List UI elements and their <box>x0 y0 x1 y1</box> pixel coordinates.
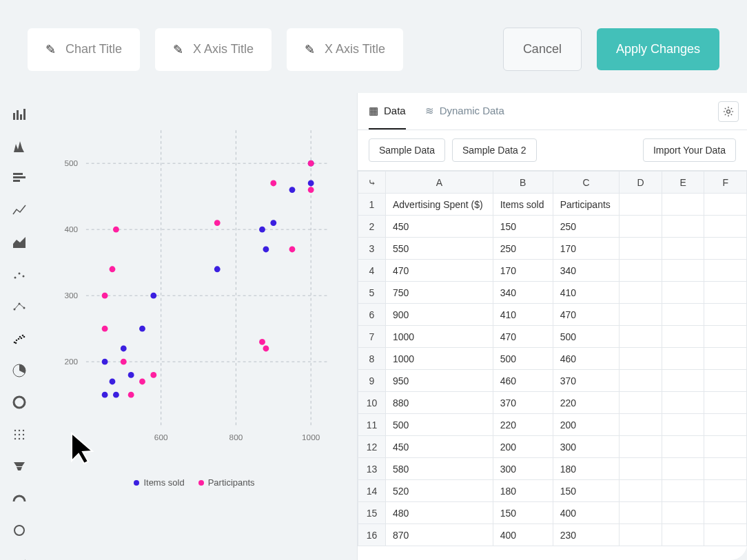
grid-cell[interactable] <box>620 436 662 458</box>
grid-cell[interactable] <box>662 194 704 216</box>
grid-cell[interactable] <box>620 260 662 282</box>
grid-cell[interactable] <box>620 414 662 436</box>
grid-cell[interactable]: Items sold <box>493 194 553 216</box>
grid-cell[interactable]: 470 <box>553 304 620 326</box>
grid-cell[interactable] <box>704 348 747 370</box>
scatter-few-icon[interactable] <box>11 267 28 282</box>
grid-cell[interactable] <box>662 458 704 480</box>
grid-cell[interactable] <box>620 282 662 304</box>
grid-cell[interactable] <box>662 392 704 414</box>
grid-cell[interactable] <box>662 304 704 326</box>
data-grid[interactable]: ⤷ABCDEF1Advertising Spent ($)Items soldP… <box>358 170 747 560</box>
gauge-icon[interactable] <box>11 491 28 506</box>
grid-cell[interactable] <box>662 524 704 546</box>
grid-cell[interactable] <box>620 524 662 546</box>
col-header[interactable]: E <box>662 172 704 194</box>
grid-cell[interactable]: 880 <box>386 392 493 414</box>
grid-cell[interactable] <box>620 480 662 502</box>
donut-chart-icon[interactable] <box>11 395 28 410</box>
row-number[interactable]: 12 <box>358 436 386 458</box>
scatter-dense-icon[interactable] <box>11 331 28 346</box>
sample-data-1-button[interactable]: Sample Data <box>369 138 445 162</box>
grid-cell[interactable]: 580 <box>386 458 493 480</box>
grid-cell[interactable]: 200 <box>553 414 620 436</box>
settings-button[interactable] <box>718 101 739 122</box>
grid-cell[interactable] <box>662 502 704 524</box>
grid-cell[interactable] <box>662 370 704 392</box>
grid-cell[interactable] <box>620 326 662 348</box>
grid-cell[interactable]: 870 <box>386 524 493 546</box>
col-header[interactable]: A <box>386 172 493 194</box>
grid-cell[interactable] <box>662 216 704 238</box>
grid-cell[interactable]: 1000 <box>386 348 493 370</box>
grid-cell[interactable]: 470 <box>493 326 553 348</box>
grid-cell[interactable]: 220 <box>493 414 553 436</box>
grid-cell[interactable]: 470 <box>386 260 493 282</box>
row-number[interactable]: 1 <box>358 194 386 216</box>
grid-cell[interactable]: 170 <box>553 238 620 260</box>
sample-data-2-button[interactable]: Sample Data 2 <box>452 138 537 162</box>
area-chart-icon[interactable] <box>11 235 28 250</box>
bar-chart-icon[interactable] <box>11 107 28 122</box>
grid-cell[interactable]: 550 <box>386 238 493 260</box>
row-number[interactable]: 9 <box>358 370 386 392</box>
row-number[interactable]: 6 <box>358 304 386 326</box>
grid-cell[interactable] <box>662 348 704 370</box>
grid-cell[interactable]: 500 <box>553 326 620 348</box>
grid-cell[interactable] <box>620 238 662 260</box>
grid-cell[interactable] <box>662 436 704 458</box>
tab-dynamic-data[interactable]: ≋ Dynamic Data <box>425 93 504 129</box>
row-number[interactable]: 16 <box>358 524 386 546</box>
grid-cell[interactable] <box>620 458 662 480</box>
grid-cell[interactable] <box>704 282 747 304</box>
grid-cell[interactable] <box>704 392 747 414</box>
grid-cell[interactable]: Participants <box>553 194 620 216</box>
grid-cell[interactable]: 370 <box>493 392 553 414</box>
grid-cell[interactable]: 480 <box>386 502 493 524</box>
grid-cell[interactable] <box>704 194 747 216</box>
grid-cell[interactable]: 300 <box>493 458 553 480</box>
grid-cell[interactable]: 900 <box>386 304 493 326</box>
heatmap-icon[interactable] <box>11 427 28 442</box>
grid-cell[interactable] <box>704 480 747 502</box>
grid-cell[interactable]: 150 <box>493 216 553 238</box>
row-number[interactable]: 5 <box>358 282 386 304</box>
row-number[interactable]: 15 <box>358 502 386 524</box>
grid-cell[interactable]: 400 <box>493 524 553 546</box>
row-number[interactable]: 8 <box>358 348 386 370</box>
grid-cell[interactable]: Advertising Spent ($) <box>386 194 493 216</box>
grid-cell[interactable] <box>620 304 662 326</box>
grid-cell[interactable] <box>662 238 704 260</box>
grid-cell[interactable] <box>662 260 704 282</box>
grid-cell[interactable] <box>620 216 662 238</box>
grid-cell[interactable]: 500 <box>493 348 553 370</box>
funnel-icon[interactable] <box>11 459 28 474</box>
row-number[interactable]: 2 <box>358 216 386 238</box>
grid-cell[interactable] <box>704 436 747 458</box>
grid-cell[interactable]: 500 <box>386 414 493 436</box>
scatter-connected-icon[interactable] <box>11 299 28 314</box>
grid-cell[interactable]: 450 <box>386 436 493 458</box>
grid-cell[interactable]: 200 <box>493 436 553 458</box>
grid-cell[interactable] <box>662 326 704 348</box>
grid-cell[interactable] <box>704 260 747 282</box>
grid-cell[interactable]: 450 <box>386 216 493 238</box>
grid-cell[interactable]: 460 <box>493 370 553 392</box>
col-header[interactable]: C <box>553 172 620 194</box>
grid-cell[interactable]: 410 <box>493 304 553 326</box>
grid-cell[interactable] <box>662 480 704 502</box>
grid-cell[interactable] <box>704 502 747 524</box>
grid-cell[interactable]: 300 <box>553 436 620 458</box>
grid-cell[interactable]: 150 <box>553 480 620 502</box>
grid-cell[interactable] <box>704 458 747 480</box>
grid-cell[interactable]: 370 <box>553 370 620 392</box>
grid-cell[interactable]: 410 <box>553 282 620 304</box>
grid-cell[interactable] <box>704 304 747 326</box>
row-number[interactable]: 10 <box>358 392 386 414</box>
x-axis-title-input[interactable]: ✎ X Axis Title <box>155 28 272 71</box>
grid-cell[interactable] <box>704 414 747 436</box>
stacked-bar-icon[interactable] <box>11 171 28 186</box>
pie-chart-icon[interactable] <box>11 363 28 378</box>
row-number[interactable]: 4 <box>358 260 386 282</box>
grid-cell[interactable] <box>620 392 662 414</box>
